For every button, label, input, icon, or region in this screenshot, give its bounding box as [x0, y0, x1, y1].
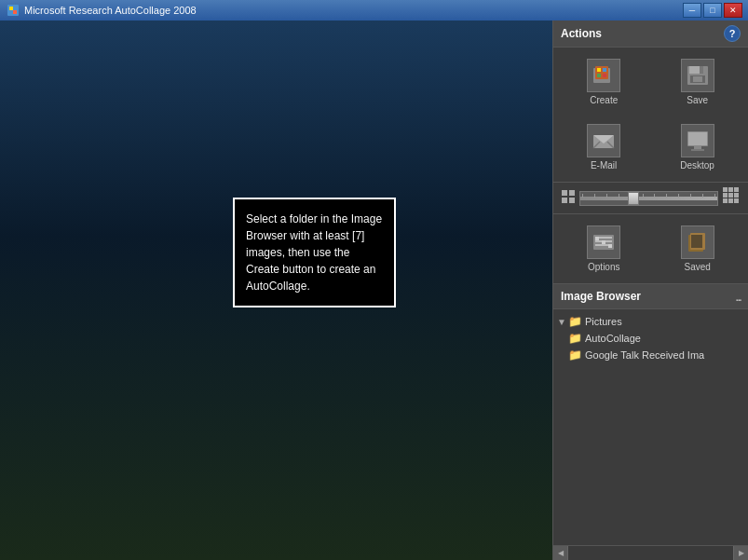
app-icon — [6, 3, 20, 18]
tree-item-pictures[interactable]: ▼ 📁 Pictures — [553, 313, 748, 330]
svg-rect-44 — [691, 235, 702, 248]
svg-rect-23 — [569, 190, 575, 196]
svg-rect-27 — [728, 187, 733, 192]
svg-rect-25 — [569, 198, 575, 203]
title-bar: Microsoft Research AutoCollage 2008 ─ □ … — [0, 0, 748, 20]
saved-button[interactable]: Saved — [677, 222, 718, 276]
horizontal-scrollbar: ◀ ▶ — [553, 545, 748, 560]
options-label: Options — [588, 262, 619, 272]
svg-rect-1 — [9, 7, 13, 10]
maximize-button[interactable]: □ — [703, 3, 722, 18]
create-button[interactable]: Create — [583, 55, 624, 109]
folder-icon: 📁 — [568, 332, 582, 345]
svg-rect-8 — [603, 74, 606, 77]
canvas-area: Select a folder in the Image Browser wit… — [0, 20, 552, 560]
zoom-slider[interactable] — [579, 191, 718, 206]
tree-item-label: Pictures — [585, 316, 622, 327]
actions-grid-top: Create Save — [553, 48, 748, 116]
svg-rect-13 — [693, 76, 702, 82]
svg-rect-31 — [734, 193, 739, 198]
help-button[interactable]: ? — [724, 25, 741, 42]
tree-item-label: AutoCollage — [585, 333, 641, 344]
options-icon — [587, 225, 620, 259]
right-panel: Actions ? Cre — [552, 20, 748, 560]
svg-rect-34 — [734, 198, 739, 203]
svg-rect-41 — [608, 244, 612, 248]
save-icon — [681, 59, 714, 92]
instruction-box: Select a folder in the Image Browser wit… — [233, 198, 396, 307]
email-button[interactable]: E-Mail — [583, 120, 624, 174]
main-layout: Select a folder in the Image Browser wit… — [0, 20, 748, 560]
svg-rect-6 — [603, 68, 606, 72]
image-browser-header: Image Browser ... — [553, 284, 748, 309]
svg-rect-5 — [597, 68, 601, 72]
scroll-left-button[interactable]: ◀ — [553, 546, 568, 561]
folder-icon: 📁 — [568, 315, 582, 328]
create-label: Create — [590, 95, 618, 105]
svg-rect-28 — [734, 187, 739, 192]
svg-rect-33 — [728, 198, 733, 203]
slider-thumb[interactable] — [628, 192, 639, 205]
desktop-label: Desktop — [680, 160, 714, 171]
window-title: Microsoft Research AutoCollage 2008 — [24, 5, 683, 16]
svg-rect-19 — [688, 132, 707, 145]
saved-label: Saved — [685, 262, 711, 272]
window-controls: ─ □ ✕ — [683, 3, 742, 18]
save-button[interactable]: Save — [677, 55, 718, 109]
image-browser-panel: Image Browser ... ▼ 📁 Pictures 📁 AutoCol… — [553, 284, 748, 560]
svg-rect-26 — [723, 187, 728, 192]
tree-item-googletalk[interactable]: 📁 Google Talk Received Ima — [553, 347, 748, 363]
grid-large-icon — [722, 186, 741, 210]
actions-grid-bottom: Options Saved — [553, 214, 748, 283]
actions-panel: Actions ? Cre — [553, 20, 748, 284]
email-icon — [587, 124, 620, 157]
email-label: E-Mail — [591, 160, 617, 171]
minimize-button[interactable]: ─ — [683, 3, 701, 18]
svg-rect-39 — [595, 237, 599, 240]
expand-arrow: ▼ — [557, 317, 566, 327]
svg-rect-7 — [597, 74, 601, 77]
slider-row — [553, 182, 748, 214]
svg-rect-2 — [13, 10, 17, 14]
svg-rect-11 — [700, 66, 703, 74]
save-label: Save — [687, 95, 708, 105]
image-browser-title: Image Browser — [561, 290, 641, 303]
create-icon — [587, 59, 620, 92]
svg-rect-24 — [562, 198, 567, 203]
folder-icon: 📁 — [568, 348, 582, 362]
close-button[interactable]: ✕ — [724, 3, 742, 18]
svg-rect-40 — [602, 240, 605, 244]
svg-rect-30 — [728, 193, 733, 198]
svg-rect-32 — [723, 198, 728, 203]
actions-title: Actions — [561, 27, 602, 40]
desktop-icon — [681, 124, 714, 157]
actions-grid-mid: E-Mail Desktop — [553, 116, 748, 182]
svg-rect-21 — [691, 149, 704, 151]
svg-rect-22 — [562, 190, 567, 196]
grid-small-icon — [561, 189, 576, 207]
svg-rect-29 — [723, 193, 728, 198]
tree-item-label: Google Talk Received Ima — [585, 349, 704, 361]
instruction-text: Select a folder in the Image Browser wit… — [246, 212, 382, 293]
svg-rect-20 — [694, 146, 701, 149]
options-button[interactable]: Options — [583, 222, 624, 276]
image-browser-menu-button[interactable]: ... — [735, 289, 741, 304]
scrollbar-track — [568, 546, 733, 561]
desktop-button[interactable]: Desktop — [676, 120, 718, 174]
saved-icon — [681, 225, 714, 259]
tree-item-autocollage[interactable]: 📁 AutoCollage — [553, 330, 748, 347]
actions-header: Actions ? — [553, 20, 748, 48]
scroll-right-button[interactable]: ▶ — [733, 546, 748, 561]
tree-view: ▼ 📁 Pictures 📁 AutoCollage 📁 Google Talk… — [553, 309, 748, 545]
